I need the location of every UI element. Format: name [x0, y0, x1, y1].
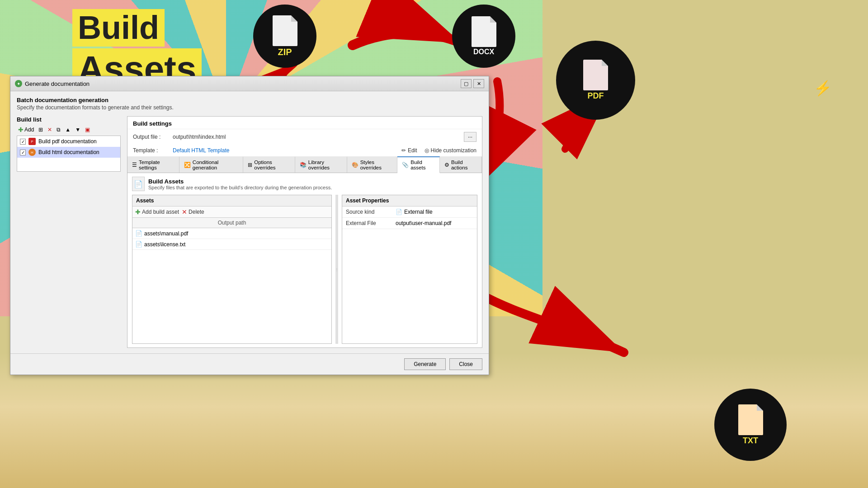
hide-icon: ◎ [425, 147, 429, 154]
edit-button[interactable]: ✏ Edit [401, 147, 417, 154]
pdf-icon-circle: PDF [556, 41, 635, 120]
dialog-footer: Generate Close [10, 353, 489, 375]
build-list-title: Build list [17, 116, 121, 123]
asset-row-2[interactable]: 📄 assets\license.txt [132, 239, 331, 250]
copy-icon: ⧉ [57, 127, 61, 133]
build-actions-tab-icon: ⚙ [444, 162, 449, 168]
build-list-item-pdf[interactable]: ✓ P Build pdf documentation [17, 136, 120, 147]
conditional-gen-tab-label: Conditional generation [193, 160, 238, 170]
build-list-items: ✓ P Build pdf documentation ✓ H Build ht… [17, 136, 121, 172]
source-kind-value-cell: 📄 External file [392, 206, 477, 218]
delete-asset-label: Delete [189, 209, 204, 215]
build-actions-tab-label: Build actions [451, 160, 477, 170]
html-item-label: Build html documentation [38, 149, 99, 155]
dialog-header: Batch documentation generation Specify t… [17, 97, 482, 111]
conditional-gen-tab-icon: 🔀 [184, 162, 191, 168]
template-settings-tab-label: Template settings [139, 160, 175, 170]
add-icon: ✚ [18, 126, 24, 133]
dialog-title-text: Generate documentation [25, 80, 90, 87]
generate-button[interactable]: Generate [404, 358, 446, 370]
template-row: Template : Default HTML Template ✏ Edit … [127, 145, 482, 156]
zip-icon-circle: ZIP [253, 5, 316, 68]
tab-section-texts: Build Assets Specify files that are expo… [148, 178, 332, 190]
source-kind-label: Source kind [342, 206, 392, 218]
asset-file-icon-1: 📄 [135, 230, 142, 237]
build-list-panel: Build list ✚ Add ⊞ ✕ ⧉ [17, 116, 121, 348]
source-kind-row: Source kind 📄 External file [342, 206, 477, 218]
tab-template-settings[interactable]: ☰ Template settings [127, 156, 179, 173]
tab-section-file-icon: 📄 [132, 177, 145, 191]
close-button[interactable]: ✕ [473, 79, 484, 88]
close-dialog-button[interactable]: Close [449, 358, 482, 370]
pdf-item-label: Build pdf documentation [38, 138, 97, 145]
move-down-button[interactable]: ▼ [74, 126, 82, 133]
delete-asset-button[interactable]: ✕ Delete [182, 208, 204, 216]
add-label: Add [24, 127, 34, 133]
move-down-icon: ▼ [75, 127, 80, 133]
assets-container: Assets ✚ Add build asset ✕ Delete [132, 195, 477, 344]
docx-label: DOCX [473, 48, 494, 56]
vertical-splitter[interactable]: ⋮ [335, 195, 338, 344]
assets-panel-title: Assets [132, 195, 331, 206]
table-row[interactable]: 📄 assets\manual.pdf [132, 228, 331, 239]
html-item-icon: H [28, 149, 36, 156]
table-row[interactable]: 📄 assets\license.txt [132, 239, 331, 250]
template-value-link[interactable]: Default HTML Template [173, 147, 229, 154]
library-overrides-tab-label: Library overrides [308, 160, 342, 170]
rename-button[interactable]: ⊞ [37, 126, 44, 133]
delete-list-icon: ✕ [47, 127, 52, 133]
pdf-item-icon: P [28, 138, 36, 145]
tab-library-overrides[interactable]: 📚 Library overrides [295, 156, 347, 173]
dialog-titlebar: ✦ Generate documentation ▢ ✕ [10, 76, 489, 91]
html-item-checkbox[interactable]: ✓ [20, 150, 26, 155]
build-settings-title: Build settings [127, 117, 482, 129]
lightning-icon: ⚡ [814, 80, 832, 97]
output-file-more-button[interactable]: ··· [464, 132, 476, 142]
pdf-item-checkbox[interactable]: ✓ [20, 139, 26, 145]
asset-path-1: assets\manual.pdf [144, 230, 188, 237]
delete-list-button[interactable]: ✕ [46, 126, 53, 133]
external-file-label: External File [342, 218, 392, 229]
build-list-toolbar: ✚ Add ⊞ ✕ ⧉ ▲ ▼ [17, 126, 121, 134]
move-up-icon: ▲ [65, 127, 71, 133]
styles-overrides-tab-icon: 🎨 [352, 162, 359, 168]
hide-customization-label: Hide customization [431, 147, 476, 154]
dialog-body: Batch documentation generation Specify t… [10, 91, 489, 353]
move-up-button[interactable]: ▲ [64, 126, 72, 133]
add-button[interactable]: ✚ Add [17, 126, 35, 134]
build-assets-tab-label: Build assets [410, 160, 435, 170]
tab-build-actions[interactable]: ⚙ Build actions [440, 156, 482, 173]
tab-build-assets[interactable]: 📎 Build assets [397, 156, 440, 173]
tab-content: 📄 Build Assets Specify files that are ex… [127, 173, 482, 347]
hide-customization-button[interactable]: ◎ Hide customization [425, 147, 476, 154]
add-asset-button[interactable]: ✚ Add build asset [135, 208, 179, 216]
txt-label: TXT [743, 436, 758, 446]
output-file-value: output\html\index.html [173, 134, 460, 140]
txt-icon-circle: TXT [714, 389, 787, 461]
tab-styles-overrides[interactable]: 🎨 Styles overrides [347, 156, 398, 173]
asset-file-icon-2: 📄 [135, 241, 142, 248]
txt-doc-shape [738, 404, 763, 435]
asset-props-title: Asset Properties [342, 195, 477, 206]
template-settings-tab-icon: ☰ [132, 162, 137, 168]
toggle-button[interactable]: ▣ [84, 126, 91, 133]
tab-section-title: Build Assets [148, 178, 332, 185]
copy-button[interactable]: ⧉ [55, 126, 62, 133]
edit-label: Edit [408, 147, 417, 154]
options-overrides-tab-icon: ⊞ [248, 162, 252, 168]
generate-dialog: ✦ Generate documentation ▢ ✕ Batch docum… [10, 76, 489, 375]
pdf-doc-shape [583, 60, 608, 90]
assets-table: Output path 📄 assets\manual.pdf [132, 218, 331, 250]
tab-section-header: 📄 Build Assets Specify files that are ex… [132, 177, 477, 191]
maximize-button[interactable]: ▢ [461, 79, 472, 88]
dialog-title-buttons: ▢ ✕ [461, 79, 484, 88]
build-list-item-html[interactable]: ✓ H Build html documentation [17, 147, 120, 158]
dialog-title-left: ✦ Generate documentation [15, 80, 90, 87]
tab-section-desc: Specify files that are exported to the b… [148, 185, 332, 190]
external-file-row: External File output\user-manual.pdf [342, 218, 477, 229]
asset-row-1[interactable]: 📄 assets\manual.pdf [132, 228, 331, 239]
template-label: Template : [133, 147, 169, 154]
tab-conditional-generation[interactable]: 🔀 Conditional generation [179, 156, 243, 173]
tab-options-overrides[interactable]: ⊞ Options overrides [243, 156, 295, 173]
delete-asset-x-icon: ✕ [182, 208, 187, 216]
